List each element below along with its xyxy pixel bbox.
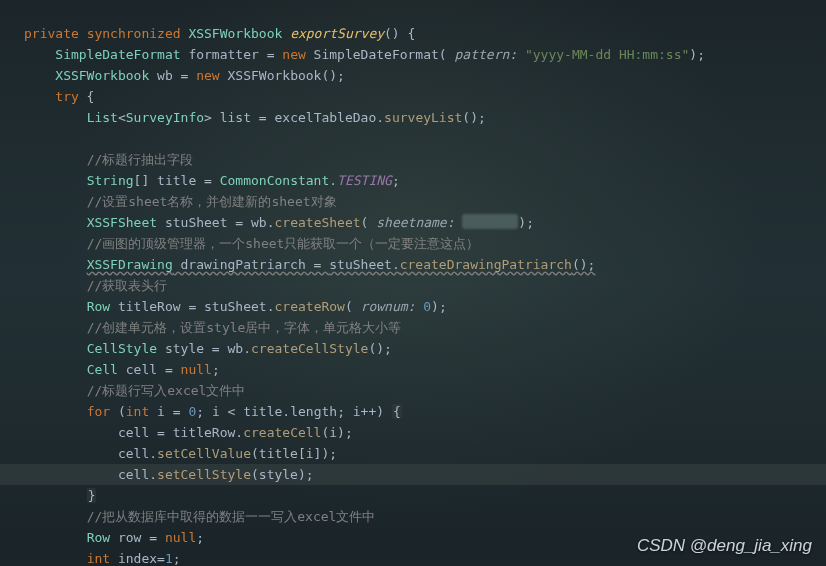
keyword: private: [24, 26, 79, 41]
var: index: [110, 551, 157, 566]
brace: {: [392, 404, 402, 419]
brace: {: [400, 26, 416, 41]
method-call: createDrawingPatriarch: [400, 257, 572, 272]
keyword: int: [126, 404, 149, 419]
param-hint: pattern:: [447, 47, 525, 62]
redacted-string: [462, 214, 518, 229]
op: =: [181, 299, 204, 314]
number: 0: [423, 299, 431, 314]
method-call: createCell: [243, 425, 321, 440]
obj: wb: [228, 341, 244, 356]
keyword: new: [282, 47, 305, 62]
arr: []: [134, 173, 157, 188]
dot: .: [149, 446, 157, 461]
punct: );: [518, 215, 534, 230]
obj: excelTableDao: [275, 110, 377, 125]
punct: ();: [572, 257, 595, 272]
ctor: SimpleDateFormat(: [306, 47, 447, 62]
var: cell: [118, 446, 149, 461]
code-editor-area[interactable]: private synchronized XSSFWorkbook export…: [0, 0, 826, 566]
var: i: [149, 404, 165, 419]
method-call: setCellStyle: [157, 467, 251, 482]
lt: <: [118, 110, 126, 125]
brace: }: [87, 488, 97, 503]
gt: >: [204, 110, 220, 125]
type: Row: [87, 530, 110, 545]
dot: .: [282, 404, 290, 419]
op: =: [165, 404, 188, 419]
comment: //设置sheet名称，并创建新的sheet对象: [87, 194, 337, 209]
type: XSSFSheet: [87, 215, 157, 230]
comment: //画图的顶级管理器，一个sheet只能获取一个（一定要注意这点）: [87, 236, 480, 251]
var: style: [157, 341, 204, 356]
string: "yyyy-MM-dd HH:mm:ss": [525, 47, 689, 62]
keyword: new: [196, 68, 219, 83]
var: titleRow: [110, 299, 180, 314]
dot: .: [329, 173, 337, 188]
method-name: exportSurvey: [290, 26, 384, 41]
brace: {: [79, 89, 95, 104]
var: cell: [118, 362, 157, 377]
op: =: [157, 362, 180, 377]
comment: //创建单元格，设置style居中，字体，单元格大小等: [87, 320, 402, 335]
prop: length: [290, 404, 337, 419]
comment: //获取表头行: [87, 278, 168, 293]
open: (: [110, 404, 126, 419]
keyword: try: [55, 89, 78, 104]
obj: wb: [251, 215, 267, 230]
op: =: [306, 257, 329, 272]
var: row: [110, 530, 141, 545]
var: title: [259, 446, 298, 461]
method-call: setCellValue: [157, 446, 251, 461]
keyword: synchronized: [87, 26, 181, 41]
comment: //标题行抽出字段: [87, 152, 194, 167]
type: Cell: [87, 362, 118, 377]
semi: ;: [173, 551, 181, 566]
op: =: [259, 47, 282, 62]
obj: titleRow: [173, 425, 236, 440]
constant: TESTING: [337, 173, 392, 188]
var: cell: [118, 425, 149, 440]
keyword: null: [181, 362, 212, 377]
param-hint: rownum:: [353, 299, 423, 314]
punct: ();: [368, 341, 391, 356]
type: Row: [87, 299, 110, 314]
method-call: createSheet: [275, 215, 361, 230]
dot: .: [267, 299, 275, 314]
obj: stuSheet: [329, 257, 392, 272]
open: (: [345, 299, 353, 314]
param-hint: sheetname:: [368, 215, 462, 230]
class: CommonConstant: [220, 173, 330, 188]
dot: .: [149, 467, 157, 482]
type: CellStyle: [87, 341, 157, 356]
watermark: CSDN @deng_jia_xing: [637, 535, 812, 556]
keyword: for: [87, 404, 110, 419]
var: i: [212, 404, 220, 419]
method-call: surveyList: [384, 110, 462, 125]
op: =: [251, 110, 274, 125]
op: =: [196, 173, 219, 188]
arg: style: [259, 467, 298, 482]
var: stuSheet: [157, 215, 227, 230]
punct: ();: [462, 110, 485, 125]
op: =: [157, 551, 165, 566]
type: SurveyInfo: [126, 110, 204, 125]
punct: );: [298, 467, 314, 482]
dot: .: [235, 425, 243, 440]
var: drawingPatriarch: [173, 257, 306, 272]
var: title: [243, 404, 282, 419]
var: i: [353, 404, 361, 419]
semi: ;: [196, 530, 204, 545]
var: wb: [157, 68, 173, 83]
punct: (): [384, 26, 400, 41]
method-call: createCellStyle: [251, 341, 368, 356]
obj: stuSheet: [204, 299, 267, 314]
dot: .: [376, 110, 384, 125]
lb: [: [298, 446, 306, 461]
punct: );: [689, 47, 705, 62]
keyword: int: [87, 551, 110, 566]
number: 1: [165, 551, 173, 566]
punct: );: [431, 299, 447, 314]
keyword: null: [165, 530, 196, 545]
type: String: [87, 173, 134, 188]
